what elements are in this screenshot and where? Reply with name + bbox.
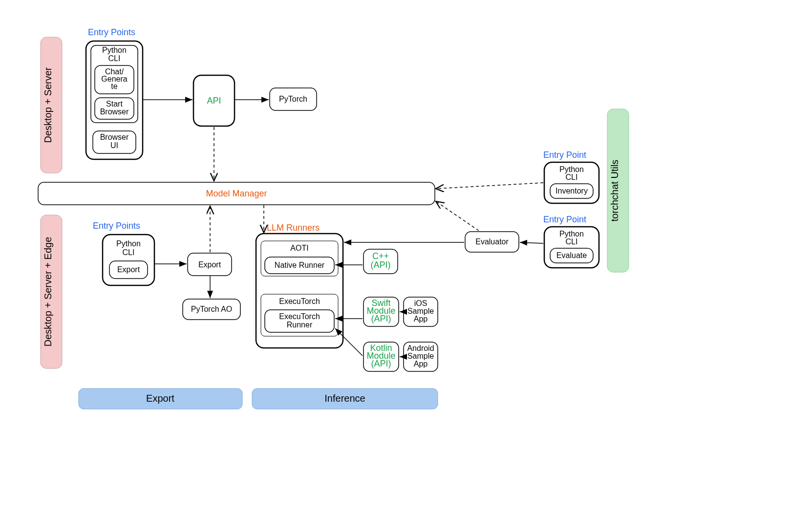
native-runner-label: Native Runner bbox=[275, 261, 325, 269]
pytorch-ao-label: PyTorch AO bbox=[191, 305, 232, 313]
executorch-label: ExecuTorch bbox=[279, 297, 320, 305]
python-cli-top-label2: CLI bbox=[108, 54, 121, 63]
model-manager-label: Model Manager bbox=[206, 189, 267, 198]
svg-text:(API): (API) bbox=[371, 359, 391, 368]
export-box-label: Export bbox=[198, 260, 221, 269]
svg-text:CLI: CLI bbox=[566, 173, 578, 181]
svg-text:Python: Python bbox=[559, 165, 584, 173]
arrow-evaluator-modelmanager bbox=[436, 201, 479, 231]
svg-text:App: App bbox=[414, 315, 428, 323]
svg-text:C++: C++ bbox=[372, 251, 389, 261]
python-cli-top-label1: Python bbox=[102, 46, 127, 54]
export-inner-label: Export bbox=[117, 265, 140, 274]
svg-text:te: te bbox=[111, 82, 117, 90]
svg-text:Python: Python bbox=[116, 239, 141, 248]
ribbon-desktop-server-label: Desktop + Server bbox=[43, 67, 53, 143]
arrow-inventory-modelmanager bbox=[436, 183, 543, 189]
svg-text:App: App bbox=[414, 360, 428, 368]
evaluator-label: Evaluator bbox=[475, 237, 509, 246]
ribbon-torchchat-utils-label: torchchat Utils bbox=[609, 160, 620, 222]
header-entry-point-r2: Entry Point bbox=[543, 215, 586, 224]
svg-text:(API): (API) bbox=[371, 314, 391, 324]
arrow-evaluate-evaluator bbox=[520, 242, 543, 243]
api-label: API bbox=[207, 96, 221, 106]
svg-text:Android: Android bbox=[407, 344, 434, 352]
header-llm-runners: LLM Runners bbox=[267, 223, 320, 233]
ribbon-export-label: Export bbox=[146, 393, 174, 404]
svg-text:CLI: CLI bbox=[566, 237, 578, 246]
svg-text:Sample: Sample bbox=[407, 307, 434, 315]
ribbon-inference-label: Inference bbox=[324, 393, 365, 404]
aoti-label: AOTI bbox=[290, 244, 308, 252]
svg-text:Browser: Browser bbox=[100, 133, 129, 141]
evaluate-label: Evaluate bbox=[556, 251, 587, 259]
pytorch-label: PyTorch bbox=[279, 95, 307, 103]
ribbon-desktop-server-edge-label: Desktop + Server + Edge bbox=[43, 237, 53, 347]
header-entry-points-top: Entry Points bbox=[88, 27, 135, 37]
svg-text:CLI: CLI bbox=[123, 248, 135, 257]
header-entry-points-left: Entry Points bbox=[93, 221, 140, 231]
svg-text:Sample: Sample bbox=[407, 352, 434, 360]
svg-text:Start: Start bbox=[106, 100, 123, 108]
svg-text:Browser: Browser bbox=[100, 108, 129, 116]
header-entry-point-r1: Entry Point bbox=[543, 150, 586, 160]
svg-text:Python: Python bbox=[559, 230, 584, 238]
svg-text:iOS: iOS bbox=[414, 299, 427, 307]
svg-text:Runner: Runner bbox=[287, 321, 313, 329]
inventory-label: Inventory bbox=[556, 187, 588, 195]
svg-text:UI: UI bbox=[110, 141, 118, 150]
svg-text:ExecuTorch: ExecuTorch bbox=[279, 312, 320, 321]
svg-text:(API): (API) bbox=[370, 260, 390, 270]
